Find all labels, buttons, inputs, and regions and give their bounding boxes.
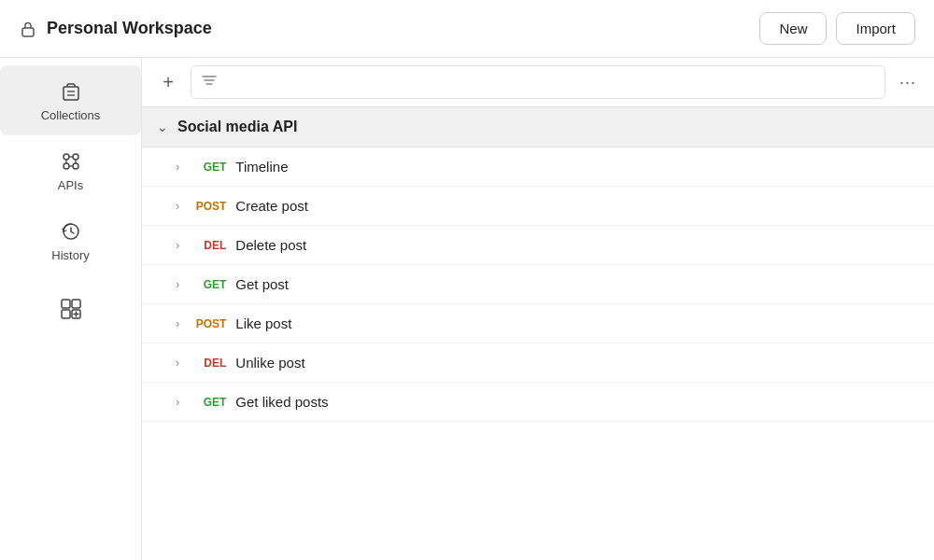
- toolbar: + ···: [142, 58, 934, 107]
- api-items-container: › GET Timeline › POST Create post › DEL …: [142, 147, 934, 422]
- chevron-down-icon: ⌄: [157, 119, 168, 134]
- header: Personal Workspace New Import: [0, 0, 934, 58]
- collection-name: Social media API: [177, 119, 297, 135]
- collection-list: ⌄ Social media API › GET Timeline › POST…: [142, 107, 934, 560]
- svg-point-7: [73, 163, 78, 169]
- chevron-right-icon: ›: [176, 238, 179, 252]
- svg-rect-13: [62, 300, 70, 308]
- filter-icon: [201, 72, 218, 92]
- method-badge: GET: [192, 161, 226, 174]
- svg-rect-14: [72, 300, 80, 308]
- apis-icon: [58, 148, 84, 175]
- new-button[interactable]: New: [759, 12, 827, 45]
- header-left: Personal Workspace: [19, 19, 212, 38]
- method-badge: GET: [192, 278, 226, 291]
- more-button[interactable]: ···: [893, 67, 923, 97]
- search-input[interactable]: [221, 75, 875, 90]
- sidebar-item-history[interactable]: History: [0, 205, 141, 275]
- chevron-right-icon: ›: [176, 160, 179, 174]
- search-bar[interactable]: [191, 65, 885, 99]
- chevron-right-icon: ›: [176, 199, 179, 213]
- new-collection-icon: [58, 296, 84, 322]
- api-name: Get post: [235, 276, 289, 292]
- sidebar-item-new[interactable]: [0, 283, 141, 335]
- api-name: Create post: [235, 198, 308, 214]
- api-item[interactable]: › GET Timeline: [142, 147, 934, 187]
- chevron-right-icon: ›: [176, 356, 179, 370]
- api-name: Unlike post: [235, 355, 304, 371]
- collections-icon: [58, 78, 84, 105]
- workspace-title: Personal Workspace: [47, 19, 212, 38]
- collection-header[interactable]: ⌄ Social media API: [142, 107, 934, 147]
- chevron-right-icon: ›: [176, 316, 179, 330]
- import-button[interactable]: Import: [836, 12, 915, 45]
- svg-rect-0: [22, 28, 34, 36]
- header-buttons: New Import: [759, 12, 915, 45]
- api-name: Like post: [235, 315, 291, 331]
- api-item[interactable]: › DEL Unlike post: [142, 343, 934, 383]
- method-badge: POST: [192, 200, 226, 213]
- lock-icon: [19, 20, 37, 38]
- chevron-right-icon: ›: [176, 277, 179, 291]
- main-content: + ··· ⌄ Social media API: [142, 58, 934, 560]
- svg-point-6: [64, 163, 69, 169]
- body: Collections APIs: [0, 58, 934, 560]
- sidebar-item-apis[interactable]: APIs: [0, 135, 141, 205]
- api-name: Timeline: [235, 159, 288, 175]
- svg-point-4: [64, 154, 69, 160]
- method-badge: POST: [192, 317, 226, 330]
- method-badge: DEL: [192, 239, 226, 252]
- api-item[interactable]: › POST Like post: [142, 304, 934, 343]
- svg-rect-1: [64, 87, 78, 100]
- method-badge: DEL: [192, 357, 226, 370]
- history-label: History: [51, 248, 89, 262]
- api-item[interactable]: › POST Create post: [142, 187, 934, 226]
- sidebar: Collections APIs: [0, 58, 142, 560]
- sidebar-item-collections[interactable]: Collections: [0, 65, 141, 135]
- collections-label: Collections: [41, 108, 101, 122]
- add-button[interactable]: +: [153, 67, 183, 97]
- api-name: Delete post: [235, 237, 306, 253]
- method-badge: GET: [192, 396, 226, 409]
- chevron-right-icon: ›: [176, 395, 179, 409]
- apis-label: APIs: [58, 178, 83, 192]
- api-name: Get liked posts: [235, 394, 328, 410]
- history-icon: [58, 218, 84, 245]
- api-item[interactable]: › GET Get post: [142, 265, 934, 304]
- svg-point-5: [73, 154, 78, 160]
- svg-rect-15: [62, 310, 70, 318]
- api-item[interactable]: › DEL Delete post: [142, 226, 934, 265]
- api-item[interactable]: › GET Get liked posts: [142, 383, 934, 422]
